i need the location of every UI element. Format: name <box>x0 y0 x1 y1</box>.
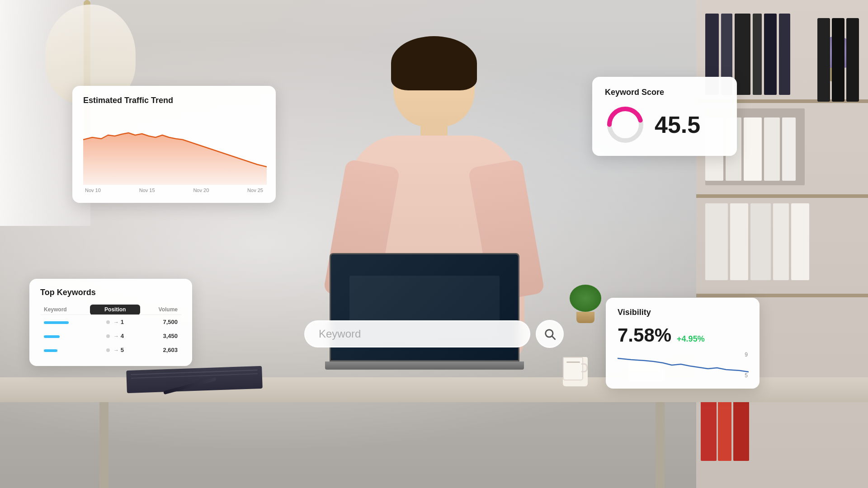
search-input-container[interactable]: Keyword <box>304 320 530 347</box>
keyword-score-card: Keyword Score 45.5 <box>592 77 737 156</box>
keyword-score-donut <box>605 104 646 145</box>
x-label-3: Nov 20 <box>193 188 209 193</box>
position-value-1: 1 <box>121 319 124 325</box>
keyword-bar-1 <box>44 321 69 324</box>
volume-cell-3: 2,603 <box>140 343 181 357</box>
keyword-score-value: 45.5 <box>655 113 700 136</box>
chart-label-high: 9 <box>745 352 748 358</box>
keyword-bar-cell <box>40 329 90 343</box>
traffic-trend-card: Estimated Traffic Trend Nov 10 Nov 15 No… <box>72 86 276 203</box>
keyword-bar-2 <box>44 335 60 338</box>
search-placeholder: Keyword <box>319 328 516 340</box>
traffic-chart-svg <box>83 113 267 185</box>
laptop <box>330 253 519 380</box>
visibility-mini-chart: 9 5 <box>618 352 748 379</box>
visibility-chart-svg <box>618 352 749 379</box>
position-dot-3 <box>106 348 110 352</box>
svg-line-3 <box>552 337 555 339</box>
visibility-title: Visibility <box>618 308 748 317</box>
top-keywords-title: Top Keywords <box>40 288 181 297</box>
position-cell-2: → 4 <box>90 329 140 343</box>
position-value-2: 4 <box>121 333 124 339</box>
visibility-main: 7.58% +4.95% <box>618 324 748 346</box>
position-dot-1 <box>106 320 110 324</box>
position-dot-2 <box>106 334 110 338</box>
visibility-change: +4.95% <box>677 334 705 344</box>
keyword-bar-3 <box>44 349 57 352</box>
volume-cell-2: 3,450 <box>140 329 181 343</box>
table-row: → 5 2,603 <box>40 343 181 357</box>
svg-point-2 <box>546 330 553 337</box>
col-position: Position <box>90 305 140 315</box>
col-volume: Volume <box>140 305 181 315</box>
keywords-table: Keyword Position Volume → 1 7,500 <box>40 305 181 357</box>
keyword-bar-cell <box>40 315 90 329</box>
arrow-2: → <box>113 333 119 339</box>
arrow-3: → <box>113 347 119 353</box>
x-label-1: Nov 10 <box>85 188 101 193</box>
volume-cell-1: 7,500 <box>140 315 181 329</box>
search-bar-wrapper: Keyword <box>304 320 564 348</box>
keyword-bar-cell <box>40 343 90 357</box>
table-leg-right <box>656 402 665 488</box>
search-button[interactable] <box>536 320 564 348</box>
notebook <box>126 366 263 393</box>
position-cell-3: → 5 <box>90 343 140 357</box>
bookshelf-decoration <box>696 0 868 488</box>
keyword-score-content: 45.5 <box>605 104 724 145</box>
traffic-chart-x-labels: Nov 10 Nov 15 Nov 20 Nov 25 <box>83 188 265 193</box>
visibility-card: Visibility 7.58% +4.95% 9 5 <box>606 298 760 389</box>
visibility-chart-labels: 9 5 <box>745 352 748 379</box>
chart-label-low: 5 <box>745 372 748 379</box>
coffee-mug <box>563 357 588 386</box>
traffic-trend-title: Estimated Traffic Trend <box>83 96 265 105</box>
col-keyword: Keyword <box>40 305 90 315</box>
desk-plant <box>570 285 601 321</box>
position-cell-1: → 1 <box>90 315 140 329</box>
x-label-4: Nov 25 <box>247 188 263 193</box>
laptop-base <box>325 361 524 370</box>
table-leg-left <box>99 402 108 488</box>
table-row: → 4 3,450 <box>40 329 181 343</box>
arrow-1: → <box>113 319 119 325</box>
position-value-3: 5 <box>121 347 124 353</box>
top-keywords-card: Top Keywords Keyword Position Volume → 1… <box>29 279 192 366</box>
table-row: → 1 7,500 <box>40 315 181 329</box>
x-label-2: Nov 15 <box>139 188 155 193</box>
traffic-chart-area <box>83 113 265 185</box>
visibility-value: 7.58% <box>618 324 671 346</box>
keyword-score-title: Keyword Score <box>605 88 724 97</box>
search-icon <box>543 328 556 340</box>
